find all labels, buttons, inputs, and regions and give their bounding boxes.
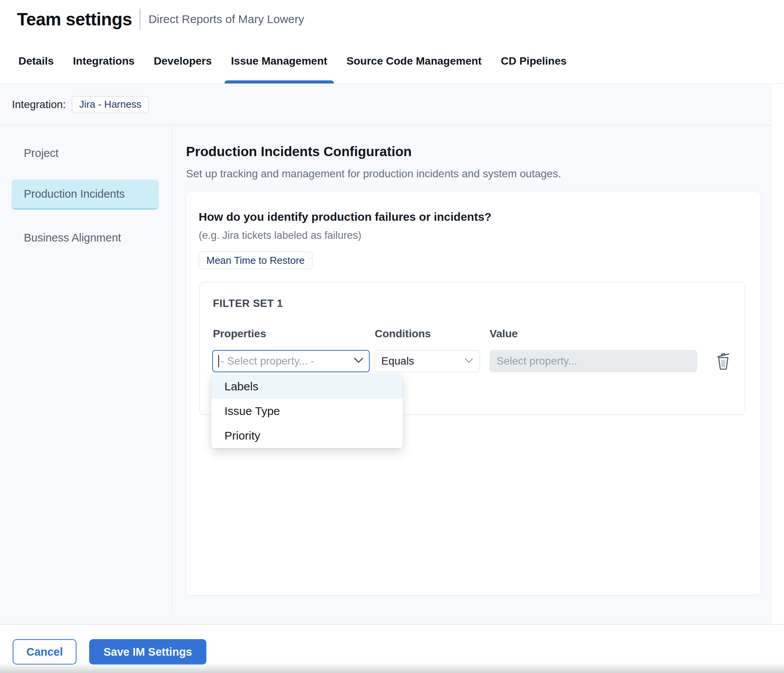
column-label-properties: Properties <box>213 328 266 340</box>
chevron-down-icon <box>354 357 364 365</box>
column-label-value: Value <box>490 328 518 340</box>
tab-integrations[interactable]: Integrations <box>73 38 135 83</box>
text-cursor <box>218 355 219 367</box>
sidebar-item-production-incidents[interactable]: Production Incidents <box>12 180 159 210</box>
tab-bar: Details Integrations Developers Issue Ma… <box>0 38 784 84</box>
page-title: Team settings <box>17 9 132 30</box>
section-subtitle: Set up tracking and management for produ… <box>186 168 561 180</box>
dropdown-option-priority[interactable]: Priority <box>211 423 403 448</box>
sidebar-item-project[interactable]: Project <box>24 147 58 160</box>
identify-hint: (e.g. Jira tickets labeled as failures) <box>199 230 361 242</box>
tab-source-code-management[interactable]: Source Code Management <box>347 38 482 83</box>
sidebar-item-business-alignment[interactable]: Business Alignment <box>24 232 121 244</box>
integration-row: Integration: Jira - Harness <box>0 84 772 125</box>
page-subtitle: Direct Reports of Mary Lowery <box>148 13 304 26</box>
properties-dropdown-menu: Labels Issue Type Priority <box>211 374 403 448</box>
conditions-select[interactable]: Equals <box>375 350 480 372</box>
delete-filter-button[interactable] <box>715 352 732 371</box>
save-im-settings-button[interactable]: Save IM Settings <box>89 639 206 665</box>
dropdown-option-labels[interactable]: Labels <box>211 374 403 399</box>
section-title: Production Incidents Configuration <box>186 144 412 159</box>
title-separator <box>140 8 141 30</box>
value-input[interactable] <box>490 350 697 372</box>
tab-cd-pipelines[interactable]: CD Pipelines <box>501 38 566 83</box>
integration-chip[interactable]: Jira - Harness <box>72 96 149 113</box>
conditions-value: Equals <box>381 355 414 367</box>
filter-set-title: FILTER SET 1 <box>213 298 283 310</box>
metric-chip-mean-time-to-restore[interactable]: Mean Time to Restore <box>199 252 312 269</box>
page-header: Team settings Direct Reports of Mary Low… <box>0 0 784 38</box>
content-area: Project Production Incidents Business Al… <box>0 125 772 624</box>
tab-details[interactable]: Details <box>18 38 54 83</box>
integration-label: Integration: <box>12 98 66 111</box>
tab-developers[interactable]: Developers <box>154 38 212 83</box>
identify-question: How do you identify production failures … <box>199 210 492 223</box>
incident-config-card: How do you identify production failures … <box>186 192 761 595</box>
footer-bar: Cancel Save IM Settings <box>0 624 784 673</box>
properties-select[interactable]: - Select property... - <box>212 350 370 372</box>
cancel-button[interactable]: Cancel <box>13 639 76 665</box>
main-panel: Production Incidents Configuration Set u… <box>172 125 772 624</box>
dropdown-option-issue-type[interactable]: Issue Type <box>211 399 403 423</box>
settings-sidebar: Project Production Incidents Business Al… <box>0 125 172 612</box>
properties-placeholder: - Select property... - <box>221 355 314 367</box>
tab-issue-management[interactable]: Issue Management <box>231 38 327 83</box>
column-label-conditions: Conditions <box>375 328 431 340</box>
trash-icon <box>716 365 731 371</box>
chevron-down-icon <box>464 358 473 365</box>
